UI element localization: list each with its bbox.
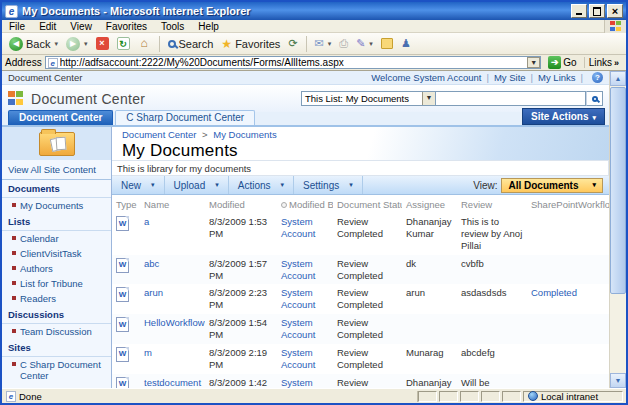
modified-by-link[interactable]: System Account (277, 344, 333, 374)
scroll-down-arrow[interactable]: ▼ (610, 373, 626, 388)
refresh-button[interactable]: ↻ (114, 36, 133, 51)
home-button[interactable]: ⌂ (135, 36, 154, 51)
search-button[interactable]: Search (165, 37, 217, 51)
sp-search-input[interactable] (436, 91, 586, 106)
welcome-menu[interactable]: Welcome System Account (371, 72, 481, 83)
close-button[interactable] (607, 4, 623, 18)
stop-button[interactable]: × (93, 36, 112, 51)
menu-favorites[interactable]: Favorites (99, 20, 154, 32)
print-button[interactable]: ⎙ (336, 36, 351, 51)
sidebar-header-sites[interactable]: Sites (2, 339, 111, 357)
doc-name-link[interactable]: m (140, 344, 205, 374)
site-actions-button[interactable]: Site Actions (522, 108, 605, 125)
doc-name-link[interactable]: testdocument (140, 374, 205, 388)
doc-name-link[interactable]: arun (140, 284, 205, 314)
menu-edit[interactable]: Edit (32, 20, 63, 32)
sidebar-header-documents[interactable]: Documents (2, 180, 111, 198)
col-document-status[interactable]: Document Status (333, 195, 402, 213)
menu-view[interactable]: View (63, 20, 99, 32)
sidebar-item-team-discussion[interactable]: Team Discussion (2, 324, 111, 339)
sidebar-item-clientvisittask[interactable]: ClientVisitTask (2, 246, 111, 261)
col-review[interactable]: Review (457, 195, 527, 213)
sidebar-item-readers[interactable]: Readers (2, 291, 111, 306)
zone-text: Local intranet (541, 391, 598, 402)
sidebar-header-lists[interactable]: Lists (2, 213, 111, 231)
site-title: Document Center (31, 91, 301, 107)
sidebar-header-discussions[interactable]: Discussions (2, 306, 111, 324)
scroll-up-arrow[interactable]: ▲ (610, 71, 626, 86)
menu-tools[interactable]: Tools (154, 20, 191, 32)
bullet-icon (12, 266, 16, 270)
scrollbar-track[interactable] (610, 86, 626, 373)
bullet-icon (12, 329, 16, 333)
modified-by-link[interactable]: System Account (277, 314, 333, 344)
doc-name-link[interactable]: abc (140, 255, 205, 285)
word-doc-icon[interactable] (116, 216, 129, 231)
forward-button[interactable]: ▶ (63, 36, 91, 52)
mail-icon: ✉ (315, 37, 324, 50)
word-doc-icon[interactable] (116, 287, 129, 302)
sidebar-item-csharp-document-center[interactable]: C Sharp Document Center (2, 357, 111, 383)
status-text: Done (19, 391, 42, 402)
view-all-site-content-link[interactable]: View All Site Content (2, 160, 111, 180)
my-site-link[interactable]: My Site (494, 72, 526, 83)
new-menu[interactable]: New (112, 176, 165, 194)
word-doc-icon[interactable] (116, 317, 129, 332)
sp-top-bar: Document Center Welcome System Account |… (2, 71, 609, 85)
address-input[interactable] (60, 57, 528, 68)
col-name[interactable]: Name (140, 195, 205, 213)
doc-name-link[interactable]: a (140, 213, 205, 255)
sidebar-item-authors[interactable]: Authors (2, 261, 111, 276)
content-header: Document Center > My Documents My Docume… (2, 127, 609, 160)
address-dropdown-arrow[interactable]: ▼ (527, 57, 540, 68)
word-doc-icon[interactable] (116, 377, 129, 388)
workflow-status-link[interactable]: Completed (527, 284, 609, 314)
settings-menu[interactable]: Settings (294, 176, 363, 194)
view-selector[interactable]: All Documents (501, 178, 603, 193)
bullet-icon (12, 203, 16, 207)
edit-button[interactable]: ✎ (353, 36, 376, 51)
go-button[interactable]: ➔ Go (544, 56, 580, 69)
col-type[interactable]: Type (112, 195, 140, 213)
mail-button[interactable]: ✉ (312, 36, 335, 51)
search-icon (168, 40, 176, 48)
vertical-scrollbar[interactable]: ▲ ▼ (609, 71, 626, 388)
search-scope-dropdown[interactable]: This List: My Documents ▼ (301, 91, 436, 106)
sidebar-item-calendar[interactable]: Calendar (2, 231, 111, 246)
favorites-button[interactable]: ★ Favorites (218, 36, 283, 52)
modified-by-link[interactable]: System Account (277, 255, 333, 285)
sp-search-button[interactable] (586, 91, 603, 106)
minimize-button[interactable] (571, 4, 587, 18)
actions-menu[interactable]: Actions (229, 176, 294, 194)
modified-by-link[interactable]: System Account (277, 374, 333, 388)
breadcrumb-root-link[interactable]: Document Center (122, 129, 196, 140)
word-doc-icon[interactable] (116, 347, 129, 362)
ie-window-icon: e (5, 5, 18, 18)
upload-menu[interactable]: Upload (165, 176, 229, 194)
menu-help[interactable]: Help (191, 20, 226, 32)
search-label: Search (179, 38, 214, 50)
col-modified[interactable]: Modified (205, 195, 277, 213)
tab-csharp-document-center[interactable]: C Sharp Document Center (115, 110, 255, 125)
history-button[interactable]: ⟳ (285, 36, 300, 51)
word-doc-icon[interactable] (116, 258, 129, 273)
back-button[interactable]: ◀ Back (6, 36, 61, 52)
sidebar-item-list-for-tribune[interactable]: List for Tribune (2, 276, 111, 291)
col-modified-by[interactable]: Modified By (277, 195, 333, 213)
restore-button[interactable] (589, 4, 605, 18)
view-label: View: (473, 180, 497, 191)
modified-by-link[interactable]: System Account (277, 284, 333, 314)
col-workflow[interactable]: SharePointWorkflow1 (527, 195, 609, 213)
menu-file[interactable]: File (2, 20, 32, 32)
help-icon[interactable]: ? (592, 72, 603, 83)
scrollbar-thumb[interactable] (610, 87, 626, 294)
col-assignee[interactable]: Assignee (402, 195, 457, 213)
links-button[interactable]: Links » (584, 57, 623, 68)
my-links-menu[interactable]: My Links (538, 72, 575, 83)
sidebar-item-my-documents[interactable]: My Documents (2, 198, 111, 213)
doc-name-link[interactable]: HelloWorkflow (140, 314, 205, 344)
modified-by-link[interactable]: System Account (277, 213, 333, 255)
tab-document-center[interactable]: Document Center (8, 110, 113, 125)
discuss-button[interactable] (378, 37, 396, 50)
messenger-button[interactable]: ♟ (398, 36, 414, 51)
